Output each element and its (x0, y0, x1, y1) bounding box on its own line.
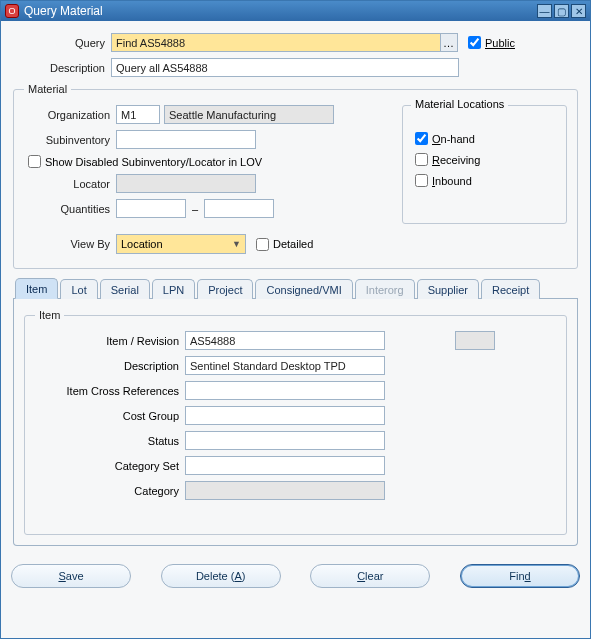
oracle-icon: O (5, 4, 19, 18)
query-material-window: O Query Material — ▢ ✕ Query … Public De… (0, 0, 591, 639)
titlebar[interactable]: O Query Material — ▢ ✕ (1, 1, 590, 21)
status-input[interactable] (185, 431, 385, 450)
find-button[interactable]: Find (460, 564, 580, 588)
save-button[interactable]: Save (11, 564, 131, 588)
tab-lpn[interactable]: LPN (152, 279, 195, 299)
material-locations-title: Material Locations (411, 98, 508, 110)
quantity-from-input[interactable] (116, 199, 186, 218)
category-set-label: Category Set (35, 460, 185, 472)
onhand-label: On-hand (432, 133, 475, 145)
material-locations-group: Material Locations On-hand Receiving Inb… (402, 105, 567, 224)
tab-consigned-vmi[interactable]: Consigned/VMI (255, 279, 352, 299)
cross-ref-input[interactable] (185, 381, 385, 400)
delete-button[interactable]: Delete (A) (161, 564, 281, 588)
organization-code-input[interactable] (116, 105, 160, 124)
receiving-label: Receiving (432, 154, 480, 166)
inbound-checkbox[interactable] (415, 174, 428, 187)
status-label: Status (35, 435, 185, 447)
material-legend: Material (24, 83, 71, 95)
cost-group-input[interactable] (185, 406, 385, 425)
show-disabled-label: Show Disabled Subinventory/Locator in LO… (45, 156, 262, 168)
item-revision-label: Item / Revision (35, 335, 185, 347)
viewby-label: View By (24, 238, 116, 250)
item-input[interactable] (185, 331, 385, 350)
category-label: Category (35, 485, 185, 497)
query-label: Query (13, 37, 111, 49)
tab-lot[interactable]: Lot (60, 279, 97, 299)
quantity-dash: – (192, 203, 198, 215)
cost-group-label: Cost Group (35, 410, 185, 422)
locator-label: Locator (24, 178, 116, 190)
quantity-to-input[interactable] (204, 199, 274, 218)
action-button-row: Save Delete (A) Clear Find (1, 554, 590, 600)
item-description-input[interactable] (185, 356, 385, 375)
query-lov-button[interactable]: … (440, 33, 458, 52)
tab-supplier[interactable]: Supplier (417, 279, 479, 299)
organization-name-display (164, 105, 334, 124)
detailed-checkbox[interactable] (256, 238, 269, 251)
tab-project[interactable]: Project (197, 279, 253, 299)
query-input[interactable] (111, 33, 441, 52)
revision-input[interactable] (455, 331, 495, 350)
show-disabled-checkbox[interactable] (28, 155, 41, 168)
tab-receipt[interactable]: Receipt (481, 279, 540, 299)
tab-bar: Item Lot Serial LPN Project Consigned/VM… (13, 277, 578, 299)
cross-ref-label: Item Cross References (35, 385, 185, 397)
category-input[interactable] (185, 481, 385, 500)
subinventory-input[interactable] (116, 130, 256, 149)
inbound-label: Inbound (432, 175, 472, 187)
window-title: Query Material (24, 4, 537, 18)
minimize-button[interactable]: — (537, 4, 552, 18)
category-set-input[interactable] (185, 456, 385, 475)
onhand-checkbox[interactable] (415, 132, 428, 145)
locator-input[interactable] (116, 174, 256, 193)
ellipsis-icon: … (443, 37, 455, 49)
maximize-button[interactable]: ▢ (554, 4, 569, 18)
public-checkbox[interactable] (468, 36, 481, 49)
tab-item[interactable]: Item (15, 278, 58, 299)
close-button[interactable]: ✕ (571, 4, 586, 18)
detailed-label: Detailed (273, 238, 313, 250)
public-label: Public (485, 37, 515, 49)
material-group: Material Organization Subinventory Show … (13, 83, 578, 269)
description-input[interactable] (111, 58, 459, 77)
receiving-checkbox[interactable] (415, 153, 428, 166)
tab-serial[interactable]: Serial (100, 279, 150, 299)
description-label: Description (13, 62, 111, 74)
quantities-label: Quantities (24, 203, 116, 215)
item-group: Item Item / Revision Description Item Cr… (24, 309, 567, 535)
tab-panel: Item Item / Revision Description Item Cr… (13, 299, 578, 546)
tab-interorg: Interorg (355, 279, 415, 299)
organization-label: Organization (24, 109, 116, 121)
subinventory-label: Subinventory (24, 134, 116, 146)
item-legend: Item (35, 309, 64, 321)
item-description-label: Description (35, 360, 185, 372)
chevron-down-icon: ▼ (232, 239, 241, 249)
viewby-select[interactable]: Location ▼ (116, 234, 246, 254)
viewby-value: Location (121, 238, 163, 250)
clear-button[interactable]: Clear (310, 564, 430, 588)
